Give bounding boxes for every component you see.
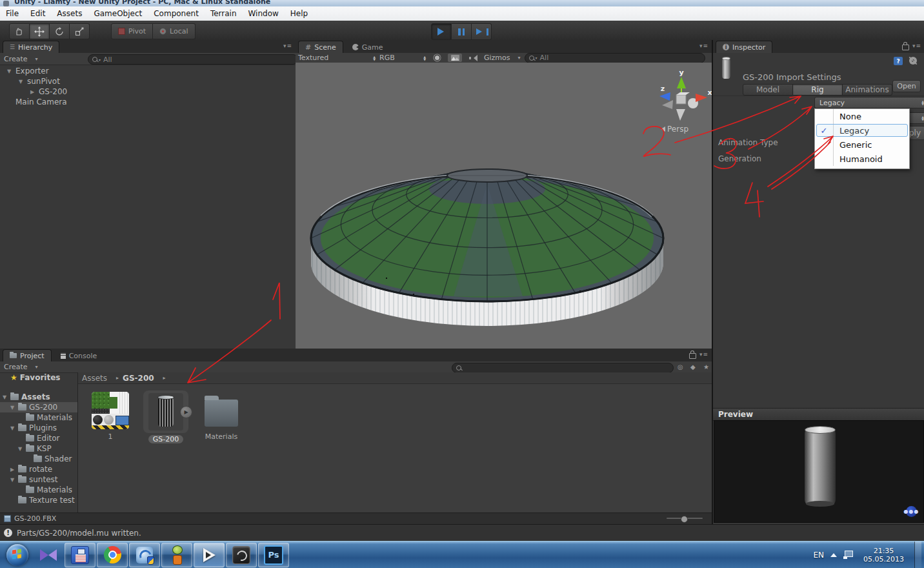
taskbar-floppy-icon[interactable]: [65, 543, 95, 567]
scene-axis-gizmo[interactable]: y z x: [652, 68, 712, 126]
lock-icon[interactable]: [902, 44, 909, 52]
preview-options-button[interactable]: ●●●: [906, 506, 917, 517]
panel-menu-icon[interactable]: [912, 43, 921, 49]
expand-arrow-icon[interactable]: ▼: [5, 68, 13, 74]
show-desktop-button[interactable]: [914, 542, 921, 568]
expand-asset-button[interactable]: ▶: [180, 406, 192, 418]
scene-lighting-toggle[interactable]: [430, 54, 444, 62]
hierarchy-item-gs-200[interactable]: ▶GS-200: [0, 86, 296, 97]
gizmos-dropdown[interactable]: Gizmos▾: [484, 54, 521, 62]
menu-item-window[interactable]: Window: [243, 6, 285, 21]
taskbar-start-orb-icon[interactable]: [3, 543, 32, 567]
tab-model[interactable]: Model: [743, 84, 793, 96]
expand-arrow-icon[interactable]: ▶: [28, 89, 36, 95]
rotate-tool-button[interactable]: [50, 23, 70, 39]
project-tree-item-ksp[interactable]: ▼KSP: [0, 443, 77, 454]
project-tree-item-editor[interactable]: Editor: [0, 433, 77, 443]
console-tab[interactable]: Console: [54, 350, 104, 361]
lock-icon[interactable]: [689, 352, 696, 361]
menu-item-file[interactable]: File: [0, 6, 25, 21]
scene-search-input[interactable]: ▾ All: [525, 53, 705, 63]
slider-knob[interactable]: [681, 516, 688, 523]
scene-tab[interactable]: # Scene: [298, 41, 343, 53]
asset-materials[interactable]: Materials: [198, 391, 245, 443]
project-tree-item-shader[interactable]: Shader: [0, 454, 77, 464]
play-button[interactable]: [431, 23, 452, 40]
panel-menu-icon[interactable]: [283, 43, 292, 49]
hierarchy-item-exporter[interactable]: ▼Exporter: [0, 66, 296, 76]
search-by-label-icon[interactable]: ◆: [690, 363, 696, 370]
render-channels-dropdown[interactable]: RGB: [379, 54, 426, 62]
taskbar-photoshop-icon[interactable]: Ps: [258, 543, 289, 567]
local-toggle-button[interactable]: Local: [153, 23, 196, 39]
expand-arrow-icon[interactable]: ▶: [9, 467, 15, 472]
expand-arrow-icon[interactable]: ▼: [9, 405, 15, 411]
panel-menu-icon[interactable]: [699, 351, 708, 358]
asset-gs-200[interactable]: ▶GS-200: [143, 391, 189, 443]
hierarchy-item-main-camera[interactable]: Main Camera: [0, 97, 296, 107]
preview-viewport[interactable]: ●●●: [714, 420, 924, 523]
pivot-toggle-button[interactable]: Pivot: [111, 23, 153, 39]
tab-rig[interactable]: Rig: [793, 84, 843, 96]
inspector-tab[interactable]: i Inspector: [716, 41, 772, 53]
expand-arrow-icon[interactable]: ▼: [9, 477, 15, 483]
project-tree-item-materials[interactable]: Materials: [0, 485, 77, 495]
tab-animations[interactable]: Animations: [843, 84, 892, 96]
hierarchy-create-button[interactable]: Create▾: [0, 54, 42, 64]
menu-option-none[interactable]: None: [815, 109, 909, 123]
move-tool-button[interactable]: [30, 23, 50, 39]
taskbar-launcher-shield-icon[interactable]: [129, 543, 160, 567]
project-tree-item-favorites[interactable]: ★Favorites: [0, 372, 77, 383]
project-tree-item-plugins[interactable]: ▼Plugins: [0, 423, 77, 433]
expand-arrow-icon[interactable]: ▼: [17, 79, 25, 85]
project-tree-item-suntest[interactable]: ▼suntest: [0, 474, 77, 485]
scale-tool-button[interactable]: [70, 23, 90, 39]
preview-header[interactable]: Preview: [713, 408, 924, 421]
menu-item-gameobject[interactable]: GameObject: [88, 6, 148, 21]
hierarchy-item-sunpivot[interactable]: ▼sunPivot: [0, 76, 296, 86]
save-search-icon[interactable]: ★: [703, 363, 709, 370]
projection-mode-label[interactable]: Persp: [661, 125, 688, 134]
project-tab[interactable]: Project: [3, 349, 52, 361]
taskbar-chrome-icon[interactable]: [97, 543, 128, 567]
panel-menu-icon[interactable]: [699, 43, 708, 49]
animation-type-dropdown[interactable]: Legacy: [814, 97, 924, 108]
menu-item-assets[interactable]: Assets: [51, 6, 88, 21]
shading-mode-dropdown[interactable]: Textured: [298, 54, 376, 62]
menu-item-terrain[interactable]: Terrain: [205, 6, 243, 21]
open-button[interactable]: Open: [892, 80, 921, 92]
expand-arrow-icon[interactable]: ▼: [17, 446, 23, 452]
hierarchy-search-input[interactable]: ▾ All: [88, 54, 298, 65]
status-bar[interactable]: ! Parts/GS-200/model.mu written.: [0, 524, 924, 541]
menu-item-help[interactable]: Help: [285, 6, 314, 21]
step-button[interactable]: [472, 23, 492, 40]
asset-1[interactable]: 1: [87, 391, 134, 443]
language-indicator[interactable]: EN: [813, 551, 824, 560]
project-tree-item-assets[interactable]: ▼Assets: [0, 392, 77, 402]
hierarchy-tab[interactable]: ☰ Hierarchy: [3, 41, 59, 53]
pause-button[interactable]: [452, 23, 472, 40]
help-icon[interactable]: ?: [894, 57, 903, 65]
gear-icon[interactable]: [909, 57, 917, 65]
project-tree-item-texture-test[interactable]: Texture test: [0, 495, 77, 505]
project-tree-item-gs-200[interactable]: ▼GS-200: [0, 402, 77, 412]
taskbar-clock[interactable]: 21:35 05.05.2013: [859, 547, 908, 563]
menu-option-generic[interactable]: Generic: [815, 137, 909, 152]
project-tree-item-materials[interactable]: Materials: [0, 412, 77, 423]
project-create-button[interactable]: Create▾: [0, 362, 42, 372]
breadcrumb-assets[interactable]: Assets: [82, 374, 107, 383]
scene-viewport[interactable]: y z x Persp: [296, 63, 712, 349]
project-tree-item-rotate[interactable]: ▶rotate: [0, 464, 77, 474]
menu-option-legacy[interactable]: ✓Legacy: [815, 123, 909, 137]
menu-option-humanoid[interactable]: Humanoid: [815, 152, 909, 166]
project-search-input[interactable]: [452, 363, 674, 373]
expand-arrow-icon[interactable]: ▼: [1, 394, 8, 400]
network-icon[interactable]: [843, 551, 853, 559]
thumbnail-zoom-slider[interactable]: [667, 518, 703, 519]
breadcrumb-current-folder[interactable]: GS-200: [123, 374, 154, 383]
taskbar-ksp-kerbal-icon[interactable]: [161, 543, 192, 567]
expand-arrow-icon[interactable]: ▼: [9, 425, 15, 431]
taskbar-swirl-app-icon[interactable]: [226, 543, 257, 567]
audio-toggle[interactable]: [466, 54, 480, 62]
menu-item-component[interactable]: Component: [148, 6, 205, 21]
